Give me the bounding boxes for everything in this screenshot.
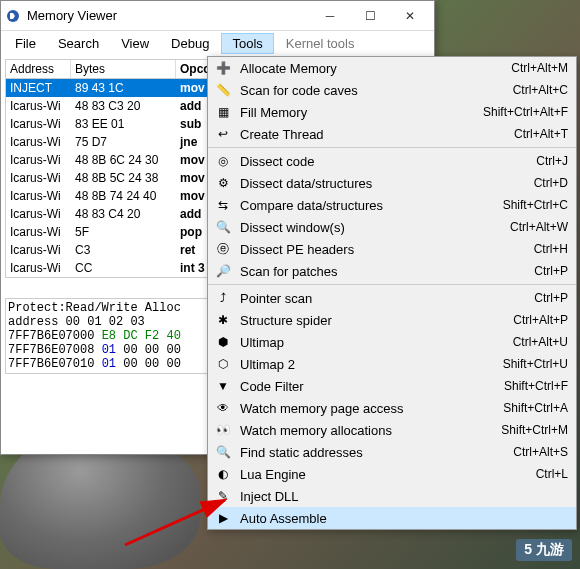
menu-item-compare-data-structures[interactable]: ⇆Compare data/structuresShift+Ctrl+C — [208, 194, 576, 216]
filter-icon: ▼ — [212, 378, 234, 394]
menu-item-dissect-window-s-[interactable]: 🔍Dissect window(s)Ctrl+Alt+W — [208, 216, 576, 238]
menu-label: Fill Memory — [234, 105, 483, 120]
menu-shortcut: Shift+Ctrl+M — [501, 423, 568, 437]
titlebar[interactable]: Memory Viewer ─ ☐ ✕ — [1, 1, 434, 31]
menu-item-code-filter[interactable]: ▼Code FilterShift+Ctrl+F — [208, 375, 576, 397]
menubar: File Search View Debug Tools Kernel tool… — [1, 31, 434, 55]
app-icon — [5, 8, 21, 24]
menu-label: Dissect data/structures — [234, 176, 534, 191]
menu-item-create-thread[interactable]: ↩Create ThreadCtrl+Alt+T — [208, 123, 576, 145]
menu-item-watch-memory-allocations[interactable]: 👀Watch memory allocationsShift+Ctrl+M — [208, 419, 576, 441]
cell-bytes: 48 83 C4 20 — [71, 205, 176, 223]
menu-item-watch-memory-page-access[interactable]: 👁Watch memory page accessShift+Ctrl+A — [208, 397, 576, 419]
menu-separator — [208, 147, 576, 148]
menu-item-lua-engine[interactable]: ◐Lua EngineCtrl+L — [208, 463, 576, 485]
annotation-arrow — [120, 490, 240, 550]
cell-bytes: CC — [71, 259, 176, 277]
pointer-icon: ⤴ — [212, 290, 234, 306]
watch-icon: 👁 — [212, 400, 234, 416]
plus-icon: ➕ — [212, 60, 234, 76]
menu-item-structure-spider[interactable]: ✱Structure spiderCtrl+Alt+P — [208, 309, 576, 331]
menu-item-inject-dll[interactable]: ✎Inject DLL — [208, 485, 576, 507]
struct-icon: ⚙ — [212, 175, 234, 191]
menu-item-scan-for-code-caves[interactable]: 📏Scan for code cavesCtrl+Alt+C — [208, 79, 576, 101]
menu-view[interactable]: View — [111, 34, 159, 53]
dissect-icon: ◎ — [212, 153, 234, 169]
cell-address: Icarus-Wi — [6, 97, 71, 115]
menu-shortcut: Ctrl+Alt+S — [513, 445, 568, 459]
cell-address: Icarus-Wi — [6, 115, 71, 133]
cell-address: Icarus-Wi — [6, 169, 71, 187]
svg-line-1 — [125, 500, 225, 545]
thread-icon: ↩ — [212, 126, 234, 142]
cell-bytes: 75 D7 — [71, 133, 176, 151]
spider-icon: ✱ — [212, 312, 234, 328]
close-button[interactable]: ✕ — [390, 2, 430, 30]
menu-shortcut: Ctrl+J — [536, 154, 568, 168]
menu-item-dissect-data-structures[interactable]: ⚙Dissect data/structuresCtrl+D — [208, 172, 576, 194]
menu-debug[interactable]: Debug — [161, 34, 219, 53]
cell-bytes: 48 8B 5C 24 38 — [71, 169, 176, 187]
cell-bytes: C3 — [71, 241, 176, 259]
menu-file[interactable]: File — [5, 34, 46, 53]
menu-shortcut: Ctrl+Alt+U — [513, 335, 568, 349]
cell-bytes: 83 EE 01 — [71, 115, 176, 133]
menu-item-allocate-memory[interactable]: ➕Allocate MemoryCtrl+Alt+M — [208, 57, 576, 79]
scan-icon: 🔎 — [212, 263, 234, 279]
ultimap-icon: ⬢ — [212, 334, 234, 350]
col-address-header[interactable]: Address — [6, 60, 71, 78]
menu-shortcut: Ctrl+Alt+T — [514, 127, 568, 141]
menu-label: Watch memory page access — [234, 401, 503, 416]
menu-label: Scan for code caves — [234, 83, 513, 98]
cell-address: Icarus-Wi — [6, 151, 71, 169]
menu-tools[interactable]: Tools — [221, 33, 273, 54]
cell-bytes: 48 8B 6C 24 30 — [71, 151, 176, 169]
cell-address: Icarus-Wi — [6, 133, 71, 151]
menu-item-ultimap[interactable]: ⬢UltimapCtrl+Alt+U — [208, 331, 576, 353]
menu-separator — [208, 284, 576, 285]
menu-item-ultimap-2[interactable]: ⬡Ultimap 2Shift+Ctrl+U — [208, 353, 576, 375]
menu-shortcut: Ctrl+P — [534, 264, 568, 278]
menu-shortcut: Shift+Ctrl+F — [504, 379, 568, 393]
tools-dropdown: ➕Allocate MemoryCtrl+Alt+M📏Scan for code… — [207, 56, 577, 530]
window-controls: ─ ☐ ✕ — [310, 2, 430, 30]
menu-label: Auto Assemble — [234, 511, 568, 526]
compare-icon: ⇆ — [212, 197, 234, 213]
menu-shortcut: Ctrl+Alt+C — [513, 83, 568, 97]
cell-bytes: 48 83 C3 20 — [71, 97, 176, 115]
menu-label: Dissect window(s) — [234, 220, 510, 235]
menu-shortcut: Shift+Ctrl+C — [503, 198, 568, 212]
menu-shortcut: Shift+Ctrl+Alt+F — [483, 105, 568, 119]
menu-shortcut: Ctrl+Alt+M — [511, 61, 568, 75]
menu-shortcut: Ctrl+L — [536, 467, 568, 481]
menu-search[interactable]: Search — [48, 34, 109, 53]
menu-shortcut: Shift+Ctrl+A — [503, 401, 568, 415]
menu-kernel-tools[interactable]: Kernel tools — [276, 34, 365, 53]
menu-item-fill-memory[interactable]: ▦Fill MemoryShift+Ctrl+Alt+F — [208, 101, 576, 123]
menu-shortcut: Ctrl+H — [534, 242, 568, 256]
cell-bytes: 48 8B 74 24 40 — [71, 187, 176, 205]
menu-shortcut: Ctrl+Alt+P — [513, 313, 568, 327]
col-bytes-header[interactable]: Bytes — [71, 60, 176, 78]
menu-label: Structure spider — [234, 313, 513, 328]
cell-address: Icarus-Wi — [6, 259, 71, 277]
menu-item-dissect-pe-headers[interactable]: ⓔDissect PE headersCtrl+H — [208, 238, 576, 260]
lua-icon: ◐ — [212, 466, 234, 482]
find-icon: 🔍 — [212, 444, 234, 460]
window-icon: 🔍 — [212, 219, 234, 235]
menu-label: Compare data/structures — [234, 198, 503, 213]
menu-item-dissect-code[interactable]: ◎Dissect codeCtrl+J — [208, 150, 576, 172]
cell-address: Icarus-Wi — [6, 241, 71, 259]
menu-item-pointer-scan[interactable]: ⤴Pointer scanCtrl+P — [208, 287, 576, 309]
menu-item-auto-assemble[interactable]: ▶Auto Assemble — [208, 507, 576, 529]
fill-icon: ▦ — [212, 104, 234, 120]
watch2-icon: 👀 — [212, 422, 234, 438]
menu-shortcut: Ctrl+P — [534, 291, 568, 305]
menu-shortcut: Shift+Ctrl+U — [503, 357, 568, 371]
minimize-button[interactable]: ─ — [310, 2, 350, 30]
menu-item-find-static-addresses[interactable]: 🔍Find static addressesCtrl+Alt+S — [208, 441, 576, 463]
cell-bytes: 5F — [71, 223, 176, 241]
menu-label: Dissect code — [234, 154, 536, 169]
menu-item-scan-for-patches[interactable]: 🔎Scan for patchesCtrl+P — [208, 260, 576, 282]
maximize-button[interactable]: ☐ — [350, 2, 390, 30]
